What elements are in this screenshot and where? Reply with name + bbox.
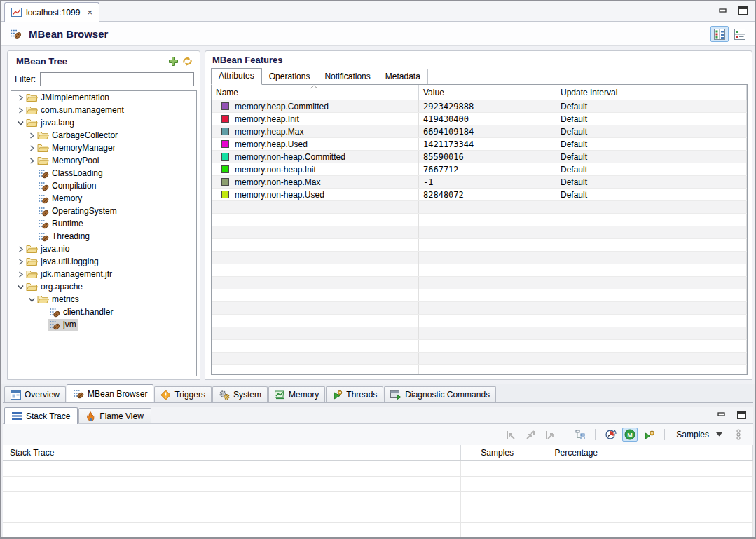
view-tab-memory[interactable]: Memory [268,386,325,402]
view-menu-button[interactable] [731,428,746,442]
chevron-down-icon[interactable] [27,296,36,303]
tree-node-label: JMImplementation [41,93,109,102]
attribute-row-memory-non-heap-committed[interactable]: memory.non-heap.Committed85590016Default [212,151,747,163]
editor-tab-localhost[interactable]: localhost:1099 × [4,2,99,22]
nav-forward-button[interactable] [542,428,558,442]
attributes-table: Name Value Update Interval memory.heap.C… [211,84,748,375]
refresh-button[interactable] [180,55,194,67]
nav-swap-button[interactable] [523,428,538,442]
tree-node-jdk-management-jfr[interactable]: jdk.management.jfr [11,268,196,280]
tree-node-memorypool[interactable]: MemoryPool [11,154,196,167]
view-tab-threads[interactable]: Threads [326,386,383,402]
filter-input[interactable] [40,72,194,86]
tab-operations[interactable]: Operations [262,69,318,84]
tree-node-org-apache[interactable]: org.apache [11,280,196,293]
view-tab-triggers[interactable]: Triggers [154,386,212,402]
minimize-icon[interactable] [719,7,727,15]
maximize-icon[interactable] [738,6,748,15]
tree-layout-button[interactable] [572,428,588,442]
stack-trace-toolbar: M Samples [3,424,753,445]
view-tab-label: System [233,390,261,400]
method-profiling-button[interactable]: M [622,428,638,442]
overview-icon [11,390,21,400]
folder-icon [37,130,49,140]
attribute-row-memory-non-heap-max[interactable]: memory.non-heap.Max-1Default [212,176,747,189]
attribute-row-memory-heap-used[interactable]: memory.heap.Used1421173344Default [212,138,747,151]
tree-node-content: metrics [36,294,81,305]
chart-icon [11,8,22,17]
bean-icon [36,219,50,229]
tab-metadata[interactable]: Metadata [378,69,428,84]
tree-node-content: Memory [36,193,84,205]
tree-node-runtime[interactable]: Runtime [11,217,196,230]
tree-node-client-handler[interactable]: client.handler [11,306,196,318]
chevron-right-icon[interactable] [15,246,25,252]
nav-back-button[interactable] [503,428,518,442]
tree-node-java-util-logging[interactable]: java.util.logging [11,255,196,268]
column-header-stack-trace[interactable]: Stack Trace [3,445,461,460]
tree-node-operatingsystem[interactable]: OperatingSystem [11,205,196,217]
column-header-percentage[interactable]: Percentage [521,445,605,460]
tree-node-jmimplementation[interactable]: JMImplementation [11,91,196,104]
empty-stack-row [3,507,753,523]
tab-notifications[interactable]: Notifications [317,69,378,84]
attribute-row-memory-heap-init[interactable]: memory.heap.Init419430400Default [212,113,747,125]
chevron-down-icon [716,432,722,437]
clock-button[interactable] [603,428,618,442]
chevron-right-icon[interactable] [15,95,25,101]
view-tab-diagnostic-commands[interactable]: Diagnostic Commands [384,386,496,402]
chevron-right-icon[interactable] [15,259,25,265]
tree-node-jvm[interactable]: jvm [11,318,196,331]
tree-node-content: JMImplementation [25,92,111,103]
tab-flame-view[interactable]: Flame View [78,408,151,423]
tree-node-garbagecollector[interactable]: GarbageCollector [11,129,196,142]
chevron-right-icon[interactable] [15,107,25,114]
attribute-row-memory-heap-committed[interactable]: memory.heap.Committed2923429888Default [212,100,747,113]
tree-node-label: Memory [52,193,82,203]
chevron-down-icon [18,120,24,126]
tree-node-content: java.util.logging [25,256,101,267]
tree-node-compilation[interactable]: Compilation [11,179,196,192]
empty-table-row [212,340,747,353]
attribute-row-memory-heap-max[interactable]: memory.heap.Max6694109184Default [212,125,747,138]
folder-icon [25,257,39,266]
chevron-right-icon[interactable] [15,271,25,278]
samples-dropdown[interactable]: Samples [672,428,727,441]
chevron-right-icon[interactable] [27,158,36,164]
tree-node-com-sun-management[interactable]: com.sun.management [11,104,196,116]
tree-node-label: metrics [52,294,79,304]
attribute-row-memory-non-heap-used[interactable]: memory.non-heap.Used82848072Default [212,189,747,201]
view-tab-system[interactable]: System [212,386,268,402]
tree-node-metrics[interactable]: metrics [11,293,196,306]
minimize-icon[interactable] [717,411,726,418]
chevron-down-icon[interactable] [15,284,25,290]
chevron-down-icon[interactable] [15,120,25,126]
view-tab-mbean-browser[interactable]: MBean Browser [67,384,153,402]
chevron-right-icon [18,246,24,252]
maximize-icon[interactable] [737,411,746,419]
close-icon[interactable]: × [87,7,92,18]
attribute-value: 7667712 [419,163,556,175]
view-tab-overview[interactable]: Overview [4,386,66,402]
tree-node-memorymanager[interactable]: MemoryManager [11,142,196,154]
tree-node-memory[interactable]: Memory [11,192,196,205]
column-header-value[interactable]: Value [419,85,556,100]
empty-table-row [212,315,747,327]
column-header-samples[interactable]: Samples [461,445,521,460]
thread-settings-button[interactable] [642,428,657,442]
column-header-update-interval[interactable]: Update Interval [556,85,696,100]
column-header-empty [696,85,747,100]
tree-node-classloading[interactable]: ClassLoading [11,167,196,179]
horizontal-layout-button[interactable] [731,26,749,42]
chevron-right-icon[interactable] [27,145,36,151]
filter-label: Filter: [15,74,36,84]
chevron-right-icon[interactable] [27,132,36,139]
tree-node-threading[interactable]: Threading [11,230,196,243]
tab-attributes[interactable]: Attributes [211,68,262,85]
tree-node-java-lang[interactable]: java.lang [11,116,196,129]
tab-stack-trace[interactable]: Stack Trace [4,407,78,424]
vertical-layout-button[interactable] [710,26,729,42]
attribute-row-memory-non-heap-init[interactable]: memory.non-heap.Init7667712Default [212,163,747,176]
add-mbean-button[interactable] [166,55,180,67]
tree-node-java-nio[interactable]: java.nio [11,243,196,255]
